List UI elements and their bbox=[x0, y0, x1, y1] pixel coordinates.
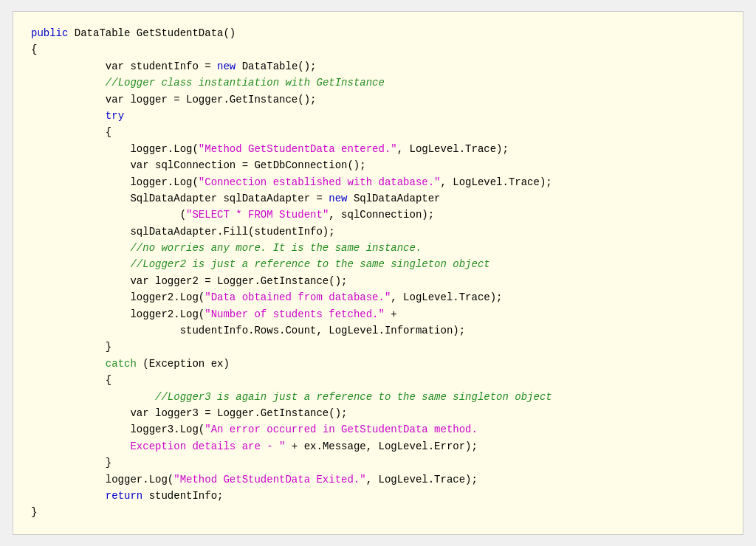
code-token: logger2.Log( bbox=[31, 291, 205, 303]
code-token: (Exception ex) bbox=[137, 358, 230, 370]
code-token bbox=[31, 440, 130, 452]
code-token: { bbox=[31, 44, 37, 55]
code-line: //Logger class instantiation with GetIns… bbox=[31, 75, 725, 91]
code-line: sqlDataAdapter.Fill(studentInfo); bbox=[31, 224, 725, 240]
code-line: var studentInfo = new DataTable(); bbox=[31, 58, 725, 75]
code-line: catch (Exception ex) bbox=[31, 356, 725, 372]
code-line: Exception details are - " + ex.Message, … bbox=[31, 438, 725, 455]
code-token: logger2.Log( bbox=[31, 308, 205, 320]
code-token bbox=[31, 242, 130, 254]
code-line: return studentInfo; bbox=[31, 488, 725, 504]
code-token: "An error occurred in GetStudentData met… bbox=[205, 424, 478, 435]
code-token: var logger2 = Logger.GetInstance(); bbox=[31, 275, 347, 287]
code-token: { bbox=[31, 374, 111, 386]
code-line: { bbox=[31, 124, 725, 140]
code-token: , LogLevel.Trace); bbox=[397, 143, 509, 155]
code-line: logger2.Log("Data obtained from database… bbox=[31, 289, 725, 305]
code-line: var logger3 = Logger.GetInstance(); bbox=[31, 405, 725, 421]
code-line: logger3.Log("An error occurred in GetStu… bbox=[31, 421, 725, 438]
code-block: public DataTable GetStudentData(){ var s… bbox=[13, 11, 743, 535]
code-line: { bbox=[31, 372, 725, 388]
code-token bbox=[31, 258, 130, 270]
code-token: //Logger2 is just a reference to the sam… bbox=[130, 258, 489, 270]
code-line: logger.Log("Method GetStudentData entere… bbox=[31, 141, 725, 157]
code-token bbox=[31, 490, 106, 502]
code-token: //Logger3 is again just a reference to t… bbox=[155, 391, 552, 403]
code-token: logger3.Log( bbox=[31, 424, 205, 435]
code-token: "SELECT * FROM Student" bbox=[186, 209, 329, 221]
code-token: } bbox=[31, 341, 111, 353]
code-token: //no worries any more. It is the same in… bbox=[130, 242, 422, 254]
code-token: logger.Log( bbox=[31, 143, 199, 155]
code-token: DataTable(); bbox=[236, 61, 316, 72]
code-token: //Logger class instantiation with GetIns… bbox=[106, 77, 385, 89]
code-token: var logger = Logger.GetInstance(); bbox=[31, 94, 316, 106]
code-token: } bbox=[31, 457, 111, 469]
code-line: public DataTable GetStudentData() bbox=[31, 25, 725, 41]
code-line: ("SELECT * FROM Student", sqlConnection)… bbox=[31, 207, 725, 223]
code-token: try bbox=[106, 110, 124, 122]
code-line: var logger2 = Logger.GetInstance(); bbox=[31, 273, 725, 289]
code-line: //Logger2 is just a reference to the sam… bbox=[31, 256, 725, 272]
code-token: "Number of students fetched." bbox=[205, 308, 385, 320]
code-token: sqlDataAdapter.Fill(studentInfo); bbox=[31, 226, 335, 238]
code-token bbox=[31, 358, 106, 370]
code-line: studentInfo.Rows.Count, LogLevel.Informa… bbox=[31, 322, 725, 339]
code-token: DataTable GetStudentData() bbox=[75, 27, 236, 39]
code-line: try bbox=[31, 108, 725, 124]
code-token: studentInfo; bbox=[142, 490, 223, 502]
code-line: } bbox=[31, 339, 725, 355]
code-token: "Connection established with database." bbox=[199, 176, 441, 188]
code-token: , LogLevel.Trace); bbox=[366, 474, 478, 485]
code-token: "Method GetStudentData Exited." bbox=[173, 474, 365, 485]
code-line: { bbox=[31, 41, 725, 58]
code-token: Exception details are - " bbox=[130, 440, 285, 452]
code-token: var logger3 = Logger.GetInstance(); bbox=[31, 407, 347, 419]
code-token: studentInfo.Rows.Count, LogLevel.Informa… bbox=[31, 325, 465, 336]
code-token: logger.Log( bbox=[31, 176, 199, 188]
code-token: return bbox=[106, 490, 142, 502]
code-line: var logger = Logger.GetInstance(); bbox=[31, 91, 725, 108]
code-line: //no worries any more. It is the same in… bbox=[31, 240, 725, 256]
code-token: } bbox=[31, 506, 37, 518]
code-token bbox=[31, 391, 155, 403]
code-line: } bbox=[31, 504, 725, 520]
code-token: , LogLevel.Trace); bbox=[391, 291, 502, 303]
code-token: "Data obtained from database." bbox=[205, 291, 391, 303]
code-line: logger2.Log("Number of students fetched.… bbox=[31, 306, 725, 322]
code-line: var sqlConnection = GetDbConnection(); bbox=[31, 157, 725, 173]
code-line: } bbox=[31, 455, 725, 471]
code-token: public bbox=[31, 27, 75, 39]
code-token: new bbox=[329, 193, 347, 204]
code-line: logger.Log("Connection established with … bbox=[31, 174, 725, 190]
code-token: logger.Log( bbox=[31, 474, 173, 485]
code-token: new bbox=[217, 61, 236, 72]
code-line: logger.Log("Method GetStudentData Exited… bbox=[31, 471, 725, 488]
code-token: var studentInfo = bbox=[31, 61, 217, 72]
code-token: ( bbox=[31, 209, 186, 221]
code-token: SqlDataAdapter bbox=[347, 193, 440, 204]
code-token: { bbox=[31, 126, 111, 138]
code-token bbox=[31, 77, 106, 89]
code-token: SqlDataAdapter sqlDataAdapter = bbox=[31, 193, 329, 204]
code-line: SqlDataAdapter sqlDataAdapter = new SqlD… bbox=[31, 190, 725, 207]
code-token: + ex.Message, LogLevel.Error); bbox=[285, 440, 477, 452]
code-token bbox=[31, 110, 106, 122]
code-token: "Method GetStudentData entered." bbox=[199, 143, 397, 155]
code-token: catch bbox=[106, 358, 137, 370]
code-token: , LogLevel.Trace); bbox=[441, 176, 552, 188]
code-token: var sqlConnection = GetDbConnection(); bbox=[31, 159, 366, 171]
code-token: , sqlConnection); bbox=[329, 209, 434, 221]
code-token: + bbox=[385, 308, 397, 320]
code-line: //Logger3 is again just a reference to t… bbox=[31, 389, 725, 405]
